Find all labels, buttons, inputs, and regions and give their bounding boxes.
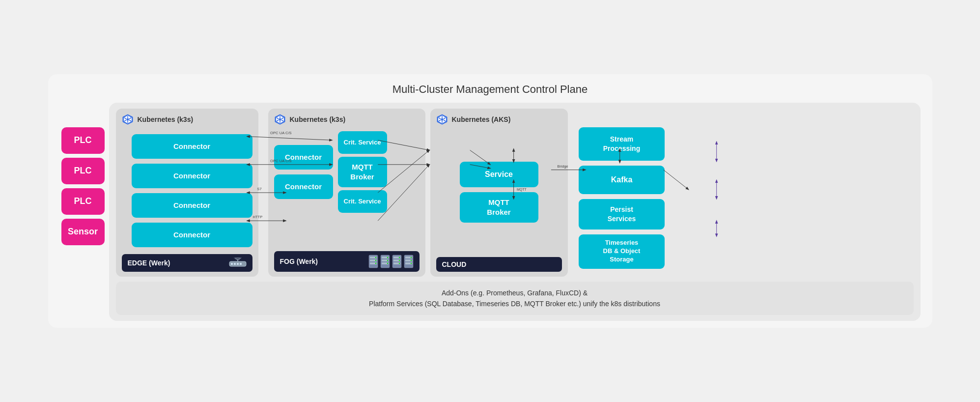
diagram-outer: PLC PLC PLC Sensor Kubernetes (k3s) [60, 103, 921, 321]
server-icon-1 [368, 255, 378, 268]
sensor-box: Sensor [61, 219, 105, 245]
fog-connectors: Connector Connector [274, 145, 333, 199]
persist-services-box: Persist Services [579, 199, 665, 230]
plc-column: PLC PLC PLC Sensor [60, 103, 109, 287]
main-wrapper: Multi-Cluster Management Control Plane P… [48, 74, 932, 328]
k8s-icon-edge [122, 114, 134, 125]
edge-connectors: Connector Connector Connector Connector [122, 131, 252, 250]
plc-box-3: PLC [61, 188, 105, 215]
timeseries-box: Timeseries DB & Object Storage [579, 234, 665, 269]
cloud-label-text: CLOUD [442, 260, 467, 268]
svg-point-2 [126, 118, 129, 120]
edge-label-bar: EDGE (Werk) [122, 254, 252, 272]
fog-crit-service-top: Crit. Service [338, 131, 387, 154]
fog-connector-1: Connector [274, 145, 333, 170]
edge-connector-1: Connector [132, 134, 252, 159]
edge-k8s-header: Kubernetes (k3s) [122, 114, 252, 125]
fog-center: Crit. Service MQTT Broker Crit. Service [338, 131, 387, 213]
svg-point-29 [375, 257, 376, 258]
svg-point-37 [387, 259, 388, 260]
svg-rect-10 [231, 263, 233, 265]
svg-point-43 [398, 257, 399, 258]
kafka-box: Kafka [579, 166, 665, 194]
main-title: Multi-Cluster Management Control Plane [60, 83, 921, 96]
addons-bar: Add-Ons (e.g. Prometheus, Grafana, FluxC… [116, 282, 914, 316]
fog-cluster: Kubernetes (k3s) Connector Connector [268, 109, 425, 277]
server-icon-4 [404, 255, 414, 268]
svg-point-45 [398, 262, 399, 263]
fog-label-text: FOG (Werk) [280, 258, 318, 265]
edge-k8s-label: Kubernetes (k3s) [138, 115, 194, 123]
svg-rect-11 [234, 263, 236, 265]
cloud-k8s-label: Kubernetes (AKS) [452, 115, 511, 123]
stream-processing-box: Stream Processing [579, 127, 665, 161]
k8s-icon-cloud [436, 114, 448, 125]
cloud-label-bar: CLOUD [436, 257, 562, 272]
svg-point-38 [387, 262, 388, 263]
fog-k8s-header: Kubernetes (k3s) [274, 114, 420, 125]
fog-crit-service-bottom: Crit. Service [338, 190, 387, 213]
svg-point-51 [410, 259, 411, 260]
cloud-k8s-header: Kubernetes (AKS) [436, 114, 562, 125]
edge-connector-2: Connector [132, 164, 252, 188]
k8s-icon-fog [274, 114, 286, 125]
svg-point-52 [410, 262, 411, 263]
router-icon [229, 258, 247, 268]
edge-label-text: EDGE (Werk) [128, 259, 170, 267]
plc-box-2: PLC [61, 158, 105, 184]
server-icon-2 [380, 255, 390, 268]
cloud-service: Service [460, 162, 538, 187]
svg-point-36 [387, 257, 388, 258]
svg-point-44 [398, 259, 399, 260]
fog-connector-2: Connector [274, 174, 333, 199]
edge-connector-4: Connector [132, 223, 252, 247]
addons-line2: Platform Services (SQL Database, Timeser… [126, 298, 904, 309]
svg-point-31 [375, 262, 376, 263]
edge-cluster: Kubernetes (k3s) Connector Connector Con… [116, 109, 258, 277]
svg-rect-13 [240, 263, 242, 265]
svg-rect-12 [237, 263, 239, 265]
cloud-cluster: Kubernetes (AKS) Service MQTT Broker CLO… [430, 109, 568, 277]
addons-line1: Add-Ons (e.g. Prometheus, Grafana, FluxC… [126, 287, 904, 298]
edge-connector-3: Connector [132, 193, 252, 218]
fog-label-bar: FOG (Werk) [274, 251, 420, 272]
svg-point-50 [410, 257, 411, 258]
server-icon-3 [392, 255, 402, 268]
cloud-mqtt-broker: MQTT Broker [460, 192, 538, 223]
svg-point-18 [279, 118, 281, 120]
outer-cluster-bg: Kubernetes (k3s) Connector Connector Con… [109, 103, 921, 321]
fog-mqtt-broker: MQTT Broker [338, 157, 387, 187]
fog-k8s-label: Kubernetes (k3s) [290, 115, 346, 123]
svg-point-30 [375, 259, 376, 260]
svg-point-55 [441, 118, 443, 120]
cloud-right-services: Stream Processing Kafka Persist Services… [573, 109, 671, 277]
plc-box-1: PLC [61, 127, 105, 154]
